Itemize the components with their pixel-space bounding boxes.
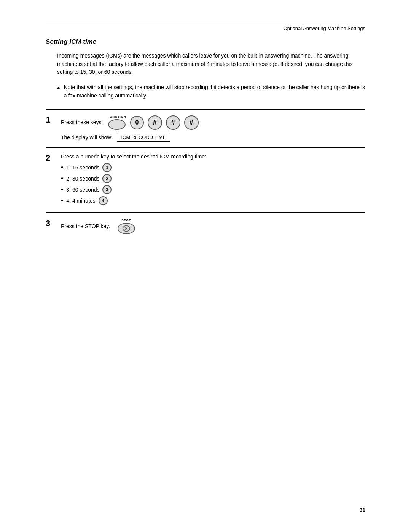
step-1-section: 1 Press these keys: FUNCTION 0 — [46, 109, 365, 148]
option-4: • 4: 4 minutes 4 — [61, 196, 365, 205]
bullet-note: • Note that with all the settings, the m… — [46, 83, 365, 100]
step-3-label: Press the STOP key. — [61, 223, 110, 230]
option-1: • 1: 15 seconds 1 — [61, 163, 365, 172]
step-2-section: 2 Press a numeric key to select the desi… — [46, 148, 365, 213]
key-hash-1: # — [148, 115, 162, 130]
function-key-oval — [108, 119, 126, 130]
bullet-symbol: • — [57, 83, 60, 93]
page: Optional Answering Machine Settings Sett… — [0, 0, 411, 532]
stop-key-oval — [118, 223, 135, 234]
option-2-text: 2: 30 seconds — [66, 176, 99, 182]
key-0: 0 — [130, 116, 144, 129]
display-box: ICM RECORD TIME — [117, 133, 170, 142]
step-2-number: 2 — [46, 153, 56, 163]
function-key: FUNCTION — [108, 115, 126, 130]
stop-icon — [122, 224, 131, 233]
option-3-bullet: • — [61, 186, 63, 193]
step-3-number: 3 — [46, 219, 56, 228]
stop-key-group: STOP — [118, 219, 135, 234]
page-number: 31 — [359, 507, 365, 513]
keys-row: FUNCTION 0 # # # — [108, 115, 199, 130]
option-3-key: 3 — [102, 185, 112, 194]
step-3-row: 3 Press the STOP key. STOP — [46, 219, 365, 234]
option-1-text: 1: 15 seconds — [66, 165, 99, 171]
option-4-key: 4 — [99, 196, 108, 205]
option-2-bullet: • — [61, 175, 63, 182]
stop-key-label: STOP — [121, 219, 131, 222]
option-3: • 3: 60 seconds 3 — [61, 185, 365, 194]
option-1-bullet: • — [61, 164, 63, 171]
step-3-content: Press the STOP key. STOP — [61, 219, 365, 234]
note-text: Note that with all the settings, the mac… — [64, 83, 365, 100]
step-1-row: 1 Press these keys: FUNCTION 0 — [46, 115, 365, 142]
step-2-content: Press a numeric key to select the desire… — [61, 153, 365, 207]
option-1-key: 1 — [102, 163, 112, 172]
header-title: Optional Answering Machine Settings — [46, 26, 365, 31]
options-list: • 1: 15 seconds 1 • 2: 30 seconds 2 • 3:… — [61, 163, 365, 205]
step-1-inner: 1 Press these keys: FUNCTION 0 — [46, 110, 365, 148]
step-2-label: Press a numeric key to select the desire… — [61, 153, 365, 161]
key-hash-3: # — [184, 115, 199, 130]
step-1-content: Press these keys: FUNCTION 0 # — [61, 115, 365, 142]
header-line — [46, 23, 365, 23]
option-4-text: 4: 4 minutes — [66, 198, 95, 204]
display-label: The display will show: — [61, 134, 112, 141]
step-3-inner: 3 Press the STOP key. STOP — [46, 213, 365, 240]
key-hash-2: # — [166, 115, 180, 130]
section-title: Setting ICM time — [46, 38, 365, 46]
display-row: The display will show: ICM RECORD TIME — [61, 133, 365, 142]
step-1-number: 1 — [46, 115, 56, 125]
step-2-row: 2 Press a numeric key to select the desi… — [46, 153, 365, 207]
option-2-key: 2 — [102, 174, 112, 183]
step-3-section: 3 Press the STOP key. STOP — [46, 213, 365, 240]
step-1-label-row: Press these keys: FUNCTION 0 # — [61, 115, 365, 130]
option-4-bullet: • — [61, 197, 63, 204]
option-3-text: 3: 60 seconds — [66, 187, 99, 193]
step-1-label: Press these keys: — [61, 119, 103, 126]
step-2-inner: 2 Press a numeric key to select the desi… — [46, 148, 365, 213]
function-key-label: FUNCTION — [108, 115, 126, 118]
step-3-label-row: Press the STOP key. STOP — [61, 219, 365, 234]
option-2: • 2: 30 seconds 2 — [61, 174, 365, 183]
intro-paragraph: Incoming messages (ICMs) are the message… — [46, 52, 365, 77]
